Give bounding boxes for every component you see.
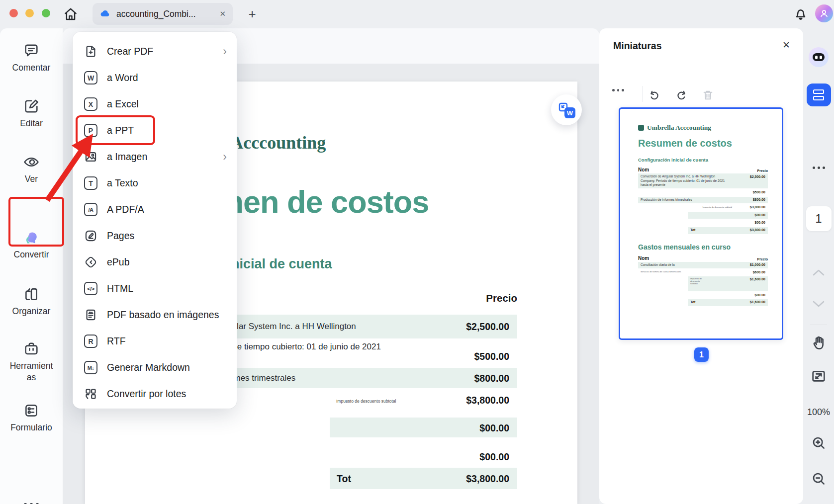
thumb-row: Conciliación diaria de la $1,000.00 [638,262,768,268]
zoom-in-button[interactable] [803,435,834,451]
thumbnails-panel-toggle-active[interactable] [803,84,834,106]
thumb-row: $00.00 [688,220,768,226]
thumb-section1-heading: Configuración inicial de cuenta [638,157,768,163]
fit-screen-icon [811,368,827,384]
ppt-icon: P [84,124,97,137]
edit-icon [23,98,40,115]
menu-label: ePub [107,256,130,268]
window-close-button[interactable] [9,9,18,17]
document-tab[interactable]: accounting_Combi... ✕ [93,3,233,25]
cloud-file-icon [99,8,111,20]
sidebar-item-formulario[interactable]: Formulario [0,402,63,433]
tab-close-icon[interactable]: ✕ [219,9,226,18]
delete-page-button[interactable] [702,89,714,101]
person-icon [819,8,830,19]
ai-assistant-button[interactable] [803,47,834,67]
window-minimize-button[interactable] [25,9,34,17]
menu-item-a-ppt[interactable]: P a PPT [73,117,237,144]
previous-page-button[interactable] [803,268,834,277]
menu-item-a-excel[interactable]: X a Excel [73,91,237,117]
thumb-logo-text: Umbrella Acccounting [647,124,711,132]
menu-item-a-texto[interactable]: T a Texto [73,170,237,196]
sidebar-item-convertir[interactable]: Convertir [0,229,63,260]
rotate-left-icon [648,89,661,102]
thumb-row: $500.00 [638,189,768,196]
menu-label: Crear PDF [107,46,153,57]
menu-label: a Imagen [107,151,147,163]
page-thumbnail-1[interactable]: Umbrella Acccounting Resumen de costos C… [619,107,783,340]
menu-item-a-imagen[interactable]: a Imagen › [73,144,237,170]
thumb-row-price: $600.00 [753,270,765,275]
thumb-columns: Nom Precio [638,167,768,172]
invoice-price-column: Precio [486,292,517,304]
page-indicator-value: 1 [806,206,832,231]
menu-item-convertir-por-lotes[interactable]: Convertir por lotes [73,381,237,407]
thumb-row-price: $00.00 [755,293,765,298]
home-button[interactable] [61,4,81,24]
menu-item-pages[interactable]: Pages [73,223,237,249]
convert-menu: Crear PDF › W a Word X a Excel P a PPT a… [73,32,237,409]
sidebar-item-herramientas[interactable]: Herramientas [0,340,63,383]
menu-label: Generar Markdown [107,362,190,373]
fit-screen-button[interactable] [803,368,834,384]
menu-item-pdf-imagenes[interactable]: PDF basado en imágenes [73,302,237,328]
menu-item-rtf[interactable]: R RTF [73,328,237,354]
thumbnails-more-button[interactable] [612,89,624,91]
sidebar-label: Comentar [8,62,54,74]
menu-item-crear-pdf[interactable]: Crear PDF › [73,38,237,65]
convert-to-word-quick-button[interactable]: W [551,94,582,125]
new-tab-button[interactable]: + [245,6,260,21]
window-zoom-button[interactable] [42,9,50,17]
notifications-button[interactable] [793,5,809,21]
rail-divider [810,325,827,325]
thumb-row-price: $3,800.00 [750,205,765,210]
account-avatar[interactable] [815,4,833,22]
menu-label: Pages [107,230,134,242]
menu-label: a Texto [107,177,138,189]
sidebar-item-comentar[interactable]: Comentar [0,42,63,74]
thumb-total-label: Tot [690,300,695,304]
menu-item-a-pdfa[interactable]: /A A PDF/A [73,196,237,223]
sidebar-item-organizar[interactable]: Organizar [0,286,63,317]
zoom-out-button[interactable] [803,471,834,487]
thumb-logo: Umbrella Acccounting [638,124,768,132]
right-toolbar: 1 100% [803,28,834,504]
submenu-arrow-icon: › [223,151,227,163]
thumb-row: Servicios de nómina de cuotas bimensuale… [638,269,768,275]
thumb-total-price: $1,600.00 [750,300,765,305]
menu-item-html[interactable]: </> HTML [73,275,237,302]
word-convert-icon: W [557,101,575,118]
comment-icon [23,42,40,59]
thumb-row-desc: Servicios de nómina de cuotas bimensuale… [641,270,765,273]
thumbnail-page-number-badge: 1 [694,347,709,362]
hand-tool-button[interactable] [803,335,834,351]
menu-item-epub[interactable]: ePub [73,249,237,275]
row-price: $500.00 [474,351,510,362]
zoom-level[interactable]: 100% [803,407,834,418]
panel-close-icon[interactable]: ✕ [782,39,790,51]
sidebar-item-editar[interactable]: Editar [0,98,63,129]
sidebar-label: Organizar [8,306,54,317]
rotate-right-button[interactable] [675,89,688,102]
rail-more-button[interactable] [803,167,834,169]
hand-icon [810,335,827,351]
umbrella-logo-icon [638,125,644,131]
sidebar-item-ver[interactable]: Ver [0,154,63,185]
image-icon [84,150,97,164]
next-page-button[interactable] [803,300,834,309]
rtf-icon: R [84,335,97,348]
thumb-total-row: Tot $3,800.00 [688,227,768,234]
organize-icon [23,286,40,303]
text-icon: T [84,176,97,190]
toolbar-divider [643,86,643,102]
page-indicator[interactable]: 1 [803,206,834,231]
menu-label: RTF [107,336,126,347]
window-titlebar: accounting_Combi... ✕ + [0,0,834,28]
batch-convert-icon [84,387,97,401]
sidebar-label: Ver [8,173,54,185]
rotate-left-button[interactable] [648,89,661,102]
menu-item-a-word[interactable]: W a Word [73,65,237,91]
thumb-total-price: $3,800.00 [750,228,765,233]
thumbnails-icon [807,84,831,106]
menu-item-generar-markdown[interactable]: M↓ Generar Markdown [73,354,237,381]
